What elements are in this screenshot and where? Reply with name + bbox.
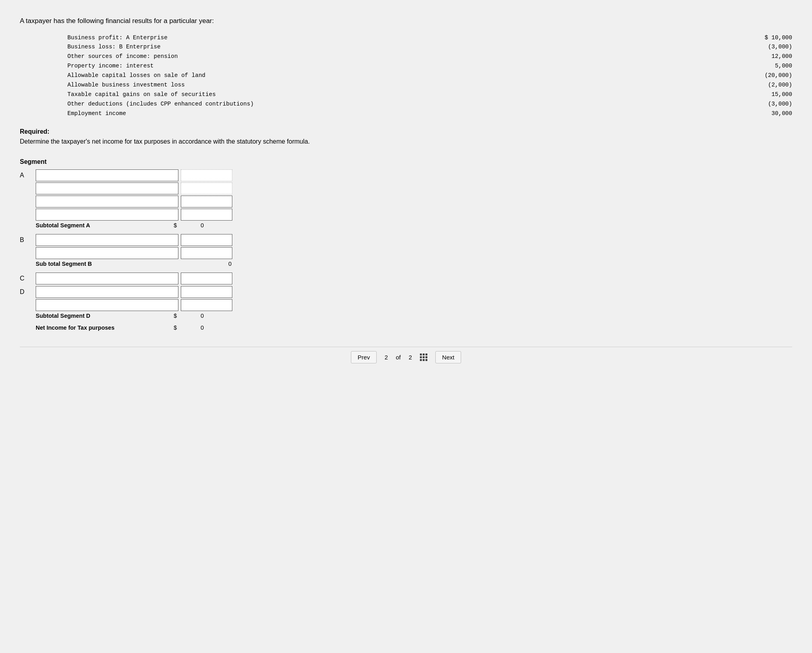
subtotal-b-label: Sub total Segment B [36, 261, 115, 267]
segment-a-desc-4[interactable] [36, 209, 178, 221]
net-income-dollar: $ [174, 325, 177, 331]
financial-value-4: (20,000) [756, 71, 792, 81]
net-income-value: 0 [180, 325, 204, 331]
segment-d-amount-2[interactable] [181, 299, 232, 311]
segment-d-label: D [20, 286, 36, 296]
page-of: of [396, 354, 401, 361]
subtotal-d-label: Subtotal Segment D [36, 313, 115, 319]
financial-labels: Business profit: A Enterprise Business l… [67, 33, 741, 119]
required-desc: Determine the taxpayer's net income for … [20, 137, 792, 146]
segment-a-desc-1[interactable] [36, 169, 178, 181]
page-total: 2 [409, 354, 412, 361]
segment-d-row-1 [36, 286, 232, 298]
segment-a-amount-2[interactable] [181, 182, 232, 194]
segment-d-desc-1[interactable] [36, 286, 178, 298]
subtotal-a-dollar: $ [174, 222, 177, 229]
segment-b-desc-1[interactable] [36, 234, 178, 246]
segment-b-section: B ➢ [20, 234, 792, 259]
subtotal-b-row: Sub total Segment B 0 [36, 261, 792, 267]
segment-c-rows [36, 273, 232, 284]
segment-a-amount-3[interactable] [181, 196, 232, 207]
question-intro: A taxpayer has the following financial r… [20, 16, 792, 26]
segment-c-amount-1[interactable] [181, 273, 232, 284]
segment-a-amount-1[interactable] [181, 169, 232, 181]
subtotal-d-dollar: $ [174, 313, 177, 319]
required-section: Required: Determine the taxpayer's net i… [20, 128, 792, 146]
segment-c-label: C [20, 273, 36, 282]
segment-d-section: D [20, 286, 792, 311]
subtotal-b-value: 0 [228, 261, 252, 267]
segment-a-desc-3[interactable] [36, 196, 178, 207]
segment-a-amount-4[interactable] [181, 209, 232, 221]
financial-item-0: Business profit: A Enterprise [67, 33, 741, 43]
page-current: 2 [385, 354, 388, 361]
segment-c-section: C [20, 273, 792, 284]
segment-b-amount-2[interactable] [181, 247, 232, 259]
financial-item-5: Allowable business investment loss [67, 81, 741, 90]
segment-c-row-1 [36, 273, 232, 284]
financial-item-4: Allowable capital losses on sale of land [67, 71, 741, 81]
segment-b-row-2 [36, 247, 232, 259]
subtotal-d-row: Subtotal Segment D $ 0 [36, 313, 792, 319]
financial-value-2: 12,000 [756, 52, 792, 61]
segment-header: Segment [20, 158, 792, 165]
net-income-label: Net Income for Tax purposes [36, 325, 115, 331]
financial-value-3: 5,000 [756, 61, 792, 71]
segment-a-desc-2[interactable] [36, 182, 178, 194]
prev-button[interactable]: Prev [351, 351, 377, 363]
financial-item-8: Employment income [67, 109, 741, 119]
financial-value-1: (3,000) [756, 42, 792, 52]
financial-value-7: (3,000) [756, 100, 792, 109]
subtotal-d-value: 0 [180, 313, 204, 319]
segment-table: Segment A Subtotal Segment A $ [20, 158, 792, 331]
bottom-nav: Prev 2 of 2 Next [20, 347, 792, 363]
segment-a-rows [36, 169, 232, 221]
subtotal-a-row: Subtotal Segment A $ 0 [36, 222, 792, 229]
segment-a-label: A [20, 169, 36, 179]
segment-b-rows [36, 234, 232, 259]
segment-b-label: B [20, 234, 36, 244]
next-button[interactable]: Next [435, 351, 461, 363]
segment-c-desc-1[interactable] [36, 273, 178, 284]
segment-d-amount-1[interactable] [181, 286, 232, 298]
required-label: Required: [20, 128, 792, 135]
segment-d-rows [36, 286, 232, 311]
segment-b-desc-2[interactable] [36, 247, 178, 259]
segment-b-amount-1[interactable] [181, 234, 232, 246]
financial-item-3: Property income: interest [67, 61, 741, 71]
segment-b-row-1 [36, 234, 232, 246]
segment-a-section: A [20, 169, 792, 221]
segment-d-row-2 [36, 299, 232, 311]
segment-a-row-2 [36, 182, 232, 194]
financial-item-7: Other deductions (includes CPP enhanced … [67, 100, 741, 109]
financial-values: $ 10,000 (3,000) 12,000 5,000 (20,000) (… [756, 33, 792, 119]
segment-a-row-4 [36, 209, 232, 221]
financial-value-8: 30,000 [756, 109, 792, 119]
net-income-row: Net Income for Tax purposes $ 0 [36, 325, 792, 331]
grid-icon [420, 353, 427, 361]
subtotal-a-value: 0 [180, 222, 204, 229]
segment-a-row-1 [36, 169, 232, 181]
financial-item-2: Other sources of income: pension [67, 52, 741, 61]
segment-d-desc-2[interactable] [36, 299, 178, 311]
financial-value-6: 15,000 [756, 90, 792, 100]
financial-item-1: Business loss: B Enterprise [67, 42, 741, 52]
financial-value-0: $ 10,000 [756, 33, 792, 43]
financial-value-5: (2,000) [756, 81, 792, 90]
financial-data-table: Business profit: A Enterprise Business l… [67, 33, 792, 119]
financial-item-6: Taxable capital gains on sale of securit… [67, 90, 741, 100]
segment-a-row-3 [36, 196, 232, 207]
subtotal-a-label: Subtotal Segment A [36, 222, 115, 229]
